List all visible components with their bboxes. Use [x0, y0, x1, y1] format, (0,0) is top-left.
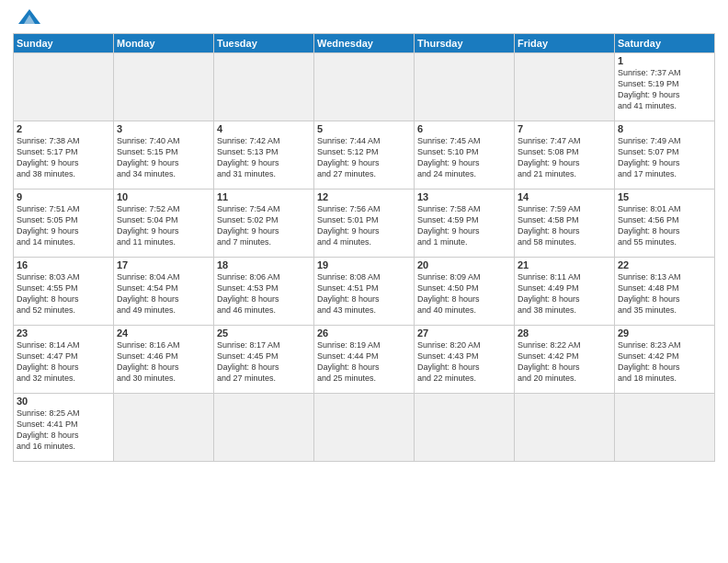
day-number: 5: [317, 123, 411, 134]
day-number: 8: [618, 123, 711, 134]
calendar-cell: 3Sunrise: 7:40 AM Sunset: 5:15 PM Daylig…: [114, 121, 214, 190]
day-number: 7: [518, 123, 611, 134]
calendar-week-row: 2Sunrise: 7:38 AM Sunset: 5:17 PM Daylig…: [14, 121, 715, 190]
calendar-cell: 30Sunrise: 8:25 AM Sunset: 4:41 PM Dayli…: [14, 394, 114, 462]
day-info: Sunrise: 7:45 AM Sunset: 5:10 PM Dayligh…: [417, 135, 511, 180]
logo-icon: [15, 7, 44, 28]
calendar-cell: 19Sunrise: 8:08 AM Sunset: 4:51 PM Dayli…: [314, 258, 415, 326]
day-info: Sunrise: 7:56 AM Sunset: 5:01 PM Dayligh…: [317, 203, 411, 248]
calendar-cell: 11Sunrise: 7:54 AM Sunset: 5:02 PM Dayli…: [214, 190, 314, 258]
calendar-cell: [314, 394, 415, 462]
day-number: 20: [417, 259, 511, 270]
day-number: 28: [518, 327, 611, 339]
calendar-week-row: 16Sunrise: 8:03 AM Sunset: 4:55 PM Dayli…: [14, 258, 715, 326]
calendar-cell: 16Sunrise: 8:03 AM Sunset: 4:55 PM Dayli…: [14, 258, 114, 326]
calendar-cell: 15Sunrise: 8:01 AM Sunset: 4:56 PM Dayli…: [615, 190, 715, 258]
day-number: 30: [17, 396, 110, 407]
day-number: 25: [217, 327, 311, 339]
calendar-cell: 24Sunrise: 8:16 AM Sunset: 4:46 PM Dayli…: [114, 326, 214, 394]
day-info: Sunrise: 7:54 AM Sunset: 5:02 PM Dayligh…: [217, 203, 311, 248]
day-number: 23: [17, 327, 110, 339]
weekday-header: Thursday: [415, 34, 515, 53]
calendar-cell: [114, 53, 214, 121]
day-info: Sunrise: 7:40 AM Sunset: 5:15 PM Dayligh…: [117, 135, 210, 180]
day-info: Sunrise: 7:49 AM Sunset: 5:07 PM Dayligh…: [618, 135, 711, 180]
calendar-cell: 17Sunrise: 8:04 AM Sunset: 4:54 PM Dayli…: [114, 258, 214, 326]
day-info: Sunrise: 7:51 AM Sunset: 5:05 PM Dayligh…: [17, 203, 110, 248]
day-number: 27: [417, 327, 511, 339]
header: [13, 9, 715, 28]
day-number: 4: [217, 123, 311, 134]
calendar-cell: 14Sunrise: 7:59 AM Sunset: 4:58 PM Dayli…: [515, 190, 615, 258]
day-info: Sunrise: 7:44 AM Sunset: 5:12 PM Dayligh…: [317, 135, 411, 180]
calendar-cell: 7Sunrise: 7:47 AM Sunset: 5:08 PM Daylig…: [515, 121, 615, 190]
page: SundayMondayTuesdayWednesdayThursdayFrid…: [0, 0, 728, 563]
calendar-cell: 23Sunrise: 8:14 AM Sunset: 4:47 PM Dayli…: [14, 326, 114, 394]
weekday-header: Wednesday: [314, 34, 415, 53]
day-number: 22: [618, 259, 711, 270]
day-number: 12: [317, 191, 411, 202]
day-number: 29: [618, 327, 711, 339]
calendar-cell: 8Sunrise: 7:49 AM Sunset: 5:07 PM Daylig…: [615, 121, 715, 190]
weekday-header: Monday: [114, 34, 214, 53]
calendar-cell: 21Sunrise: 8:11 AM Sunset: 4:49 PM Dayli…: [515, 258, 615, 326]
day-info: Sunrise: 8:20 AM Sunset: 4:43 PM Dayligh…: [417, 339, 511, 385]
day-info: Sunrise: 8:13 AM Sunset: 4:48 PM Dayligh…: [618, 271, 711, 316]
day-info: Sunrise: 8:17 AM Sunset: 4:45 PM Dayligh…: [217, 339, 311, 385]
day-number: 24: [117, 327, 210, 339]
calendar-cell: 26Sunrise: 8:19 AM Sunset: 4:44 PM Dayli…: [314, 326, 415, 394]
day-info: Sunrise: 8:16 AM Sunset: 4:46 PM Dayligh…: [117, 339, 210, 385]
calendar-cell: 1Sunrise: 7:37 AM Sunset: 5:19 PM Daylig…: [615, 53, 715, 121]
calendar-cell: 25Sunrise: 8:17 AM Sunset: 4:45 PM Dayli…: [214, 326, 314, 394]
calendar-cell: 20Sunrise: 8:09 AM Sunset: 4:50 PM Dayli…: [415, 258, 515, 326]
calendar-cell: [615, 394, 715, 462]
day-number: 13: [417, 191, 511, 202]
day-number: 6: [417, 123, 511, 134]
calendar-cell: [14, 53, 114, 121]
calendar-cell: 27Sunrise: 8:20 AM Sunset: 4:43 PM Dayli…: [415, 326, 515, 394]
day-info: Sunrise: 7:37 AM Sunset: 5:19 PM Dayligh…: [618, 67, 711, 112]
day-number: 11: [217, 191, 311, 202]
day-number: 3: [117, 123, 210, 134]
calendar-week-row: 30Sunrise: 8:25 AM Sunset: 4:41 PM Dayli…: [14, 394, 715, 462]
day-number: 26: [317, 327, 411, 339]
day-number: 2: [17, 123, 110, 134]
calendar-cell: 10Sunrise: 7:52 AM Sunset: 5:04 PM Dayli…: [114, 190, 214, 258]
calendar-cell: 22Sunrise: 8:13 AM Sunset: 4:48 PM Dayli…: [615, 258, 715, 326]
day-info: Sunrise: 8:11 AM Sunset: 4:49 PM Dayligh…: [518, 271, 611, 316]
day-info: Sunrise: 8:14 AM Sunset: 4:47 PM Dayligh…: [17, 339, 110, 385]
calendar-cell: [415, 394, 515, 462]
calendar-cell: 2Sunrise: 7:38 AM Sunset: 5:17 PM Daylig…: [14, 121, 114, 190]
calendar-cell: 13Sunrise: 7:58 AM Sunset: 4:59 PM Dayli…: [415, 190, 515, 258]
calendar-week-row: 9Sunrise: 7:51 AM Sunset: 5:05 PM Daylig…: [14, 190, 715, 258]
calendar-cell: 12Sunrise: 7:56 AM Sunset: 5:01 PM Dayli…: [314, 190, 415, 258]
calendar-cell: [214, 53, 314, 121]
day-info: Sunrise: 8:01 AM Sunset: 4:56 PM Dayligh…: [618, 203, 711, 248]
day-info: Sunrise: 7:42 AM Sunset: 5:13 PM Dayligh…: [217, 135, 311, 180]
day-info: Sunrise: 8:09 AM Sunset: 4:50 PM Dayligh…: [417, 271, 511, 316]
calendar-cell: 28Sunrise: 8:22 AM Sunset: 4:42 PM Dayli…: [515, 326, 615, 394]
day-info: Sunrise: 8:22 AM Sunset: 4:42 PM Dayligh…: [518, 339, 611, 385]
day-number: 17: [117, 259, 210, 270]
calendar-cell: 29Sunrise: 8:23 AM Sunset: 4:42 PM Dayli…: [615, 326, 715, 394]
calendar-cell: [515, 394, 615, 462]
weekday-header: Friday: [515, 34, 615, 53]
day-info: Sunrise: 7:47 AM Sunset: 5:08 PM Dayligh…: [518, 135, 611, 180]
calendar-cell: 4Sunrise: 7:42 AM Sunset: 5:13 PM Daylig…: [214, 121, 314, 190]
calendar-cell: [314, 53, 415, 121]
day-number: 9: [17, 191, 110, 202]
day-number: 1: [618, 55, 711, 66]
calendar-cell: 18Sunrise: 8:06 AM Sunset: 4:53 PM Dayli…: [214, 258, 314, 326]
day-info: Sunrise: 8:03 AM Sunset: 4:55 PM Dayligh…: [17, 271, 110, 316]
day-info: Sunrise: 8:06 AM Sunset: 4:53 PM Dayligh…: [217, 271, 311, 316]
calendar-cell: 5Sunrise: 7:44 AM Sunset: 5:12 PM Daylig…: [314, 121, 415, 190]
calendar-header-row: SundayMondayTuesdayWednesdayThursdayFrid…: [14, 34, 715, 53]
calendar-week-row: 23Sunrise: 8:14 AM Sunset: 4:47 PM Dayli…: [14, 326, 715, 394]
day-number: 21: [518, 259, 611, 270]
day-number: 14: [518, 191, 611, 202]
day-info: Sunrise: 7:59 AM Sunset: 4:58 PM Dayligh…: [518, 203, 611, 248]
day-number: 10: [117, 191, 210, 202]
calendar-cell: 6Sunrise: 7:45 AM Sunset: 5:10 PM Daylig…: [415, 121, 515, 190]
day-info: Sunrise: 7:38 AM Sunset: 5:17 PM Dayligh…: [17, 135, 110, 180]
day-info: Sunrise: 8:04 AM Sunset: 4:54 PM Dayligh…: [117, 271, 210, 316]
